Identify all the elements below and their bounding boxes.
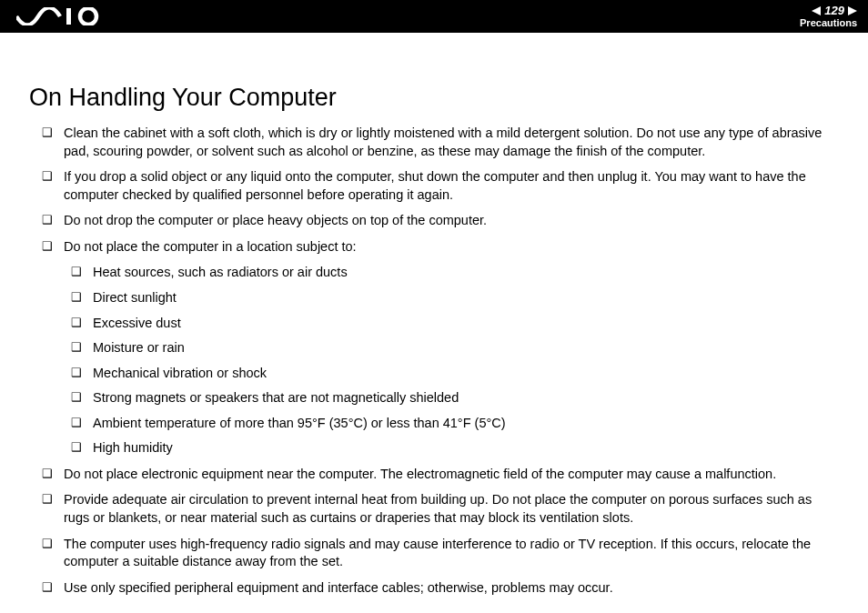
list-item: Provide adequate air circulation to prev… [42,491,839,527]
instruction-list: Clean the cabinet with a soft cloth, whi… [29,125,839,597]
list-item: High humidity [71,439,839,457]
list-item: Excessive dust [71,315,839,333]
list-item: Do not place the computer in a location … [42,238,839,457]
list-item: Ambient temperature of more than 95°F (3… [71,415,839,433]
list-item: Direct sunlight [71,289,839,307]
list-item: Strong magnets or speakers that are not … [71,389,839,407]
list-item: Do not place electronic equipment near t… [42,466,839,484]
prev-page-icon[interactable] [812,6,821,15]
section-name: Precautions [800,17,857,28]
page-content: On Handling Your Computer Clean the cabi… [0,33,868,613]
list-item: Moisture or rain [71,339,839,357]
next-page-icon[interactable] [848,6,857,15]
list-item: Do not drop the computer or place heavy … [42,212,839,230]
page-title: On Handling Your Computer [29,84,839,112]
list-item: Clean the cabinet with a soft cloth, whi… [42,125,839,160]
page-number: 129 [824,5,844,17]
sub-list: Heat sources, such as radiators or air d… [64,264,839,457]
svg-point-1 [80,8,96,25]
vaio-logo-icon [16,7,103,25]
vaio-logo [16,7,103,25]
svg-rect-0 [66,8,71,25]
list-item: Mechanical vibration or shock [71,365,839,383]
page-header: 129 Precautions [0,0,868,33]
page-navigation: 129 [812,5,857,17]
list-item: The computer uses high-frequency radio s… [42,536,839,571]
header-meta: 129 Precautions [800,5,857,28]
list-item: Heat sources, such as radiators or air d… [71,264,839,282]
list-item: If you drop a solid object or any liquid… [42,168,839,204]
list-item-text: Do not place the computer in a location … [64,239,357,254]
list-item: Use only specified peripheral equipment … [42,579,839,598]
